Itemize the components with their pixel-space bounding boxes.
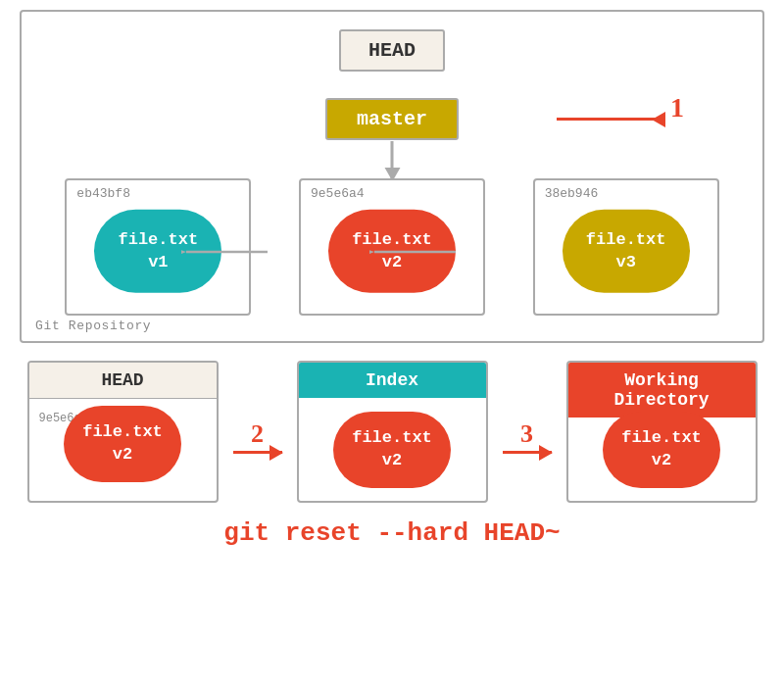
arrow-1-label: 1	[670, 92, 684, 123]
bottom-head-oval: file.txt v2	[64, 405, 181, 481]
bottom-diagram: HEAD 9e5e6a4 file.txt v2 2 Index file.tx…	[20, 361, 764, 503]
bottom-wd-oval: file.txt v2	[603, 411, 720, 487]
arrow-3-line	[503, 451, 552, 454]
bottom-arrow-2-group: 2	[233, 361, 282, 454]
master-box: master	[325, 98, 459, 140]
bottom-index-version: v2	[382, 449, 402, 470]
bottom-index-filename: file.txt	[352, 427, 432, 449]
col3-version: v3	[615, 251, 635, 272]
col3-oval: file.txt v3	[563, 210, 690, 293]
main-container: Git Repository HEAD master 1 eb43bf8 fil…	[0, 0, 784, 688]
arrow-2-line	[233, 451, 282, 454]
col1-version: v1	[148, 251, 168, 272]
bottom-wd-header: Working Directory	[568, 363, 756, 418]
bottom-wd-version: v2	[652, 449, 671, 470]
col3-filename: file.txt	[586, 229, 666, 251]
col2-hash: 9e5e6a4	[311, 186, 365, 201]
arrow-3-label: 3	[520, 419, 533, 449]
bottom-col-wd: Working Directory file.txt v2	[566, 361, 758, 503]
head-box-top: HEAD	[339, 29, 445, 72]
bottom-col-head: HEAD 9e5e6a4 file.txt v2	[27, 361, 219, 503]
top-diagram: Git Repository HEAD master 1 eb43bf8 fil…	[20, 10, 764, 343]
arrow-2-label: 2	[251, 419, 264, 449]
vert-arrow-master	[391, 141, 394, 180]
bottom-head-version: v2	[113, 443, 132, 465]
top-arrow-right-to-mid	[369, 242, 458, 262]
bottom-index-oval: file.txt v2	[333, 411, 451, 487]
bottom-arrow-3-group: 3	[503, 361, 552, 454]
col3-hash: 38eb946	[545, 186, 599, 201]
bottom-col-index: Index file.txt v2	[297, 361, 488, 503]
col1-hash: eb43bf8	[76, 186, 130, 201]
bottom-index-header: Index	[299, 363, 486, 398]
bottom-head-header: HEAD	[29, 363, 217, 399]
bottom-head-filename: file.txt	[82, 421, 163, 443]
col-box-3: 38eb946 file.txt v3	[533, 178, 719, 316]
top-arrow-mid-to-left	[181, 242, 270, 262]
arrow-1-line	[557, 118, 664, 121]
bottom-command: git reset --hard HEAD~	[10, 518, 774, 548]
git-repo-label: Git Repository	[35, 319, 151, 333]
bottom-wd-filename: file.txt	[621, 427, 702, 449]
